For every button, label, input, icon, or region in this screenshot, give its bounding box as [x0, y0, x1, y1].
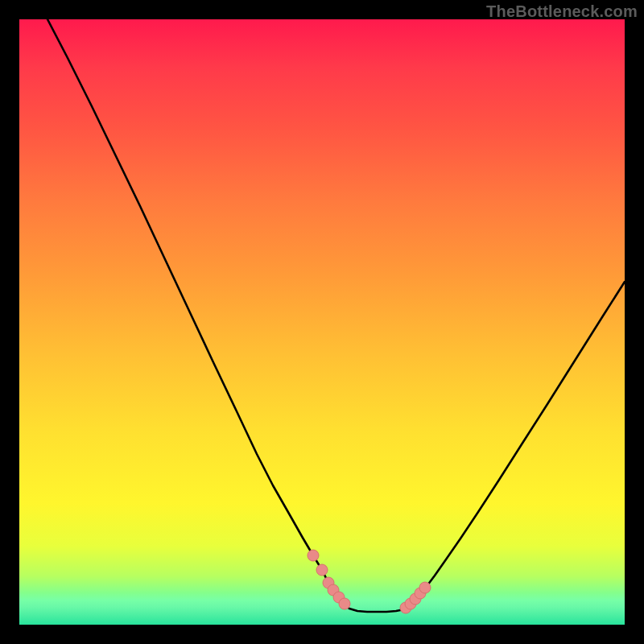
curve-marker [323, 577, 334, 588]
bottleneck-curve [47, 19, 625, 612]
curve-marker [308, 550, 319, 561]
curve-marker [400, 602, 411, 613]
curve-marker [415, 588, 426, 599]
curve-marker [333, 592, 345, 603]
chart-svg [19, 19, 625, 625]
curve-marker [419, 582, 431, 593]
optimal-band-highlight [19, 592, 625, 625]
curve-marker [410, 593, 421, 605]
marker-cluster-right [400, 582, 431, 613]
curve-marker [328, 584, 339, 596]
curve-marker [405, 598, 416, 609]
marker-cluster-left [308, 550, 350, 609]
watermark-text: TheBottleneck.com [486, 2, 638, 21]
curve-marker [339, 598, 350, 609]
curve-marker [316, 564, 328, 576]
chart-frame: TheBottleneck.com [0, 0, 644, 644]
chart-plot-area [19, 19, 625, 625]
